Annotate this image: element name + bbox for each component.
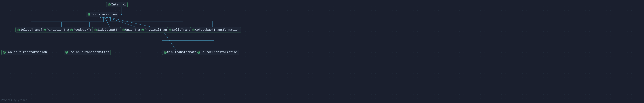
node-icon-twoinput: c <box>3 51 6 54</box>
node-twoinput-transformation[interactable]: c TwoInputTransformation <box>2 50 48 55</box>
node-icon-select: c <box>17 28 20 31</box>
node-oneinput-transformation[interactable]: c OneInputTransformation <box>64 50 111 55</box>
node-icon-physical: c <box>142 28 144 31</box>
node-icon-partition: c <box>44 28 46 31</box>
node-label-oneinput: OneInputTransformation <box>68 50 109 54</box>
watermark: Powered by yFiles <box>2 99 27 102</box>
node-icon-oneinput: c <box>65 51 68 54</box>
node-icon-feedback: c <box>70 28 73 31</box>
node-label-internal: Internal <box>111 3 126 6</box>
node-icon-sideoutput: c <box>94 28 97 31</box>
node-icon-split: c <box>169 28 172 31</box>
node-label-cofeedback: CoFeedbackTransformation <box>195 28 240 32</box>
node-cofeedback-transformation[interactable]: c CoFeedbackTransformation <box>190 27 241 32</box>
node-icon-internal: c <box>108 3 111 6</box>
node-icon-source: c <box>197 51 200 54</box>
svg-marker-22 <box>121 14 122 15</box>
node-label-source: SourceTransformation <box>201 50 238 54</box>
node-icon-sink: c <box>164 51 166 54</box>
node-icon-union: c <box>122 28 125 31</box>
node-label-sink: SinkTransformation <box>167 50 200 54</box>
diagram-canvas: c Internal c Transformation c SelectTran… <box>0 0 644 103</box>
node-label-twoinput: TwoInputTransformation <box>6 50 47 54</box>
node-internal[interactable]: c Internal <box>106 2 128 7</box>
node-label-transformation: Transformation <box>91 13 117 16</box>
node-icon-transformation: c <box>88 13 90 16</box>
node-source-transformation[interactable]: c SourceTransformation <box>196 50 239 55</box>
node-transformation[interactable]: c Transformation <box>86 12 118 17</box>
node-icon-cofeedback: c <box>192 28 194 31</box>
